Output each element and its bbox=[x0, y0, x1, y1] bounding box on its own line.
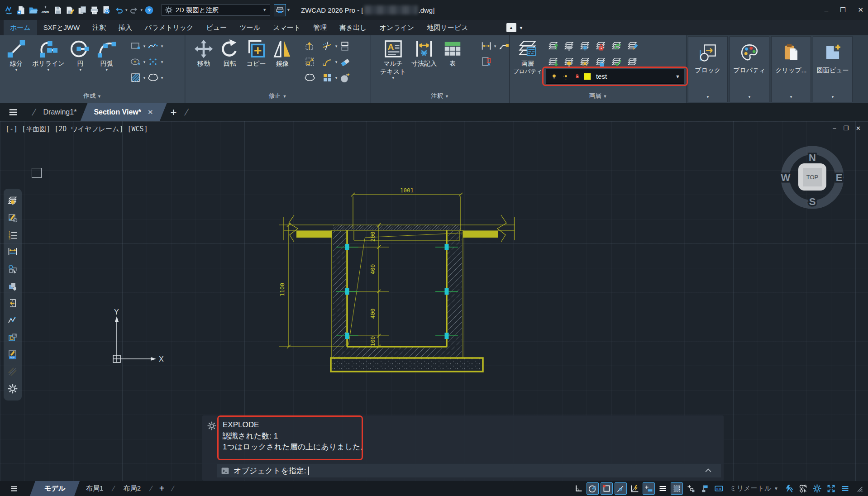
jww-import-button[interactable]: JWW bbox=[39, 4, 52, 16]
plot-style-button[interactable] bbox=[274, 4, 286, 16]
spline-icon[interactable] bbox=[148, 40, 159, 52]
save-file-button[interactable] bbox=[52, 4, 64, 16]
dropdown-arrow[interactable]: ▾ bbox=[141, 76, 148, 80]
panel-block[interactable]: ブロック▾ bbox=[688, 36, 728, 102]
mtext-button[interactable]: Aマルチテキスト▾ bbox=[378, 38, 408, 81]
erase-icon[interactable] bbox=[339, 56, 351, 67]
dropdown-arrow[interactable]: ▾ bbox=[105, 67, 108, 72]
layer-isolate-icon[interactable] bbox=[627, 56, 638, 67]
minimize-button[interactable]: – bbox=[825, 6, 828, 14]
layer-off-icon[interactable] bbox=[563, 40, 575, 52]
ribbon-collapse-up-button[interactable]: ▲ bbox=[506, 23, 516, 32]
circle-button[interactable]: 円▾ bbox=[68, 38, 93, 73]
redo-button[interactable] bbox=[128, 4, 140, 16]
panel-expand-arrow[interactable]: ▾ bbox=[832, 95, 834, 99]
measure-tool-icon[interactable] bbox=[7, 366, 18, 377]
ellipse-icon[interactable] bbox=[130, 56, 141, 67]
document-tab-2[interactable]: Section View*✕ bbox=[80, 103, 167, 121]
dimlinear-big-button[interactable]: 寸法記入 bbox=[409, 38, 439, 73]
selection-cycling-toggle[interactable] bbox=[671, 482, 683, 495]
trim-icon[interactable] bbox=[322, 40, 333, 52]
copy-button[interactable]: コピー bbox=[243, 38, 269, 73]
command-window[interactable]: EXPLODE認識された数: 11つはロックされた層の上にありました。 オブジェ… bbox=[202, 415, 724, 481]
command-expand-chevron-icon[interactable] bbox=[704, 466, 713, 475]
maximize-button[interactable]: ☐ bbox=[840, 6, 846, 14]
layout-tab-布局2[interactable]: 布局2 bbox=[117, 481, 147, 496]
mirror-button[interactable]: 鏡像 bbox=[270, 38, 295, 73]
hatch-icon[interactable] bbox=[130, 72, 141, 83]
scale-icon[interactable] bbox=[304, 56, 315, 67]
viewport-close[interactable]: ✕ bbox=[856, 125, 861, 132]
rotate-button[interactable]: 回転 bbox=[217, 38, 243, 73]
lineweight-toggle[interactable] bbox=[643, 482, 655, 495]
command-settings-gear-icon[interactable] bbox=[207, 421, 217, 431]
navigation-compass[interactable]: N W E S TOP bbox=[775, 139, 850, 215]
fillet-icon[interactable] bbox=[322, 56, 333, 67]
workspace-dropdown-arrow[interactable]: ▼ bbox=[262, 8, 267, 12]
revcloud-icon[interactable] bbox=[148, 72, 159, 83]
panel-clipboard[interactable]: クリップ...▾ bbox=[771, 36, 811, 102]
layer-dropdown-arrow[interactable]: ▼ bbox=[675, 74, 680, 79]
units-dropdown-arrow[interactable]: ▼ bbox=[774, 486, 778, 491]
panel-palette[interactable]: プロパティ▾ bbox=[730, 36, 769, 102]
compass-west[interactable]: W bbox=[781, 172, 791, 183]
layer-dropdown[interactable]: test ▼ bbox=[546, 69, 684, 84]
dropdown-arrow[interactable]: ▾ bbox=[79, 67, 81, 72]
units-label[interactable]: ミリメートル bbox=[730, 484, 771, 493]
preview-button[interactable] bbox=[100, 4, 113, 16]
select-shapes-icon[interactable] bbox=[7, 263, 18, 274]
layer-on-icon[interactable] bbox=[563, 56, 575, 67]
dropdown-arrow[interactable]: ▾ bbox=[159, 76, 165, 80]
resize-grip-button[interactable] bbox=[853, 482, 865, 495]
ribbon-tab-9[interactable]: 管理 bbox=[307, 20, 333, 35]
poly-edit-icon[interactable] bbox=[7, 315, 18, 326]
close-button[interactable]: ✕ bbox=[858, 6, 863, 14]
snap-tracking-toggle[interactable] bbox=[615, 482, 627, 495]
layer-move-up-icon[interactable] bbox=[548, 40, 559, 52]
save-as-button[interactable] bbox=[64, 4, 76, 16]
leader-icon[interactable] bbox=[498, 40, 510, 52]
pgp-edit-icon[interactable]: PGP bbox=[7, 349, 18, 360]
ribbon-tab-12[interactable]: 地図サービス bbox=[420, 20, 474, 35]
tab-close-icon[interactable]: ✕ bbox=[148, 108, 153, 116]
window-tool-icon[interactable] bbox=[7, 332, 18, 343]
line-button[interactable]: 線分▾ bbox=[4, 38, 29, 73]
layer-thaw-icon[interactable] bbox=[579, 56, 591, 67]
explode-icon[interactable] bbox=[339, 72, 351, 83]
layer-tool-icon[interactable] bbox=[7, 195, 18, 206]
fullscreen-button[interactable] bbox=[825, 482, 837, 495]
document-tab-1[interactable]: Drawing1* bbox=[40, 103, 81, 121]
number-list-icon[interactable]: 123 bbox=[7, 229, 18, 240]
arc-button[interactable]: 円弧▾ bbox=[94, 38, 119, 73]
dropdown-arrow[interactable]: ▾ bbox=[492, 44, 498, 48]
layer-color-swatch[interactable] bbox=[584, 73, 591, 80]
annotation-visibility-toggle[interactable] bbox=[699, 482, 711, 495]
layout-menu-icon[interactable] bbox=[8, 485, 20, 493]
viewport-controls[interactable]: [-] [平面図] [2D ワイヤフレーム] [WCS] bbox=[5, 125, 148, 134]
textframe-icon[interactable]: A bbox=[481, 56, 492, 67]
ortho-toggle[interactable] bbox=[572, 482, 585, 495]
points-icon[interactable] bbox=[148, 56, 159, 67]
layer-properties-button[interactable]: 画層 プロパティ bbox=[513, 38, 543, 76]
layer-match-icon[interactable] bbox=[627, 40, 638, 52]
open-folder-button[interactable] bbox=[27, 4, 39, 16]
undo-button[interactable] bbox=[113, 4, 125, 16]
redo-dropdown-arrow[interactable]: ▾ bbox=[141, 8, 143, 12]
ribbon-tab-3[interactable]: 注釈 bbox=[86, 20, 112, 35]
dropdown-arrow[interactable]: ▾ bbox=[141, 60, 148, 64]
selection-filter-button[interactable] bbox=[797, 482, 809, 495]
import-door-icon[interactable] bbox=[7, 298, 18, 309]
layer-locked-icon[interactable] bbox=[573, 72, 581, 81]
table-button[interactable]: 表 bbox=[440, 38, 465, 73]
app-logo-button[interactable] bbox=[3, 4, 15, 16]
panel-expand-arrow[interactable]: ▾ bbox=[707, 95, 709, 99]
copy-file-button[interactable] bbox=[76, 4, 88, 16]
panel-layer-label[interactable]: 画層 ▼ bbox=[510, 90, 686, 103]
file-tabs-menu-icon[interactable] bbox=[6, 107, 20, 117]
new-document-tab-button[interactable]: + bbox=[171, 106, 177, 119]
settings-button[interactable] bbox=[811, 482, 823, 495]
panel-modify-label[interactable]: 修正 ▼ bbox=[186, 90, 370, 103]
rect-icon[interactable] bbox=[130, 40, 141, 52]
status-menu-button[interactable] bbox=[839, 482, 851, 495]
settings-gear-icon[interactable] bbox=[7, 383, 18, 394]
